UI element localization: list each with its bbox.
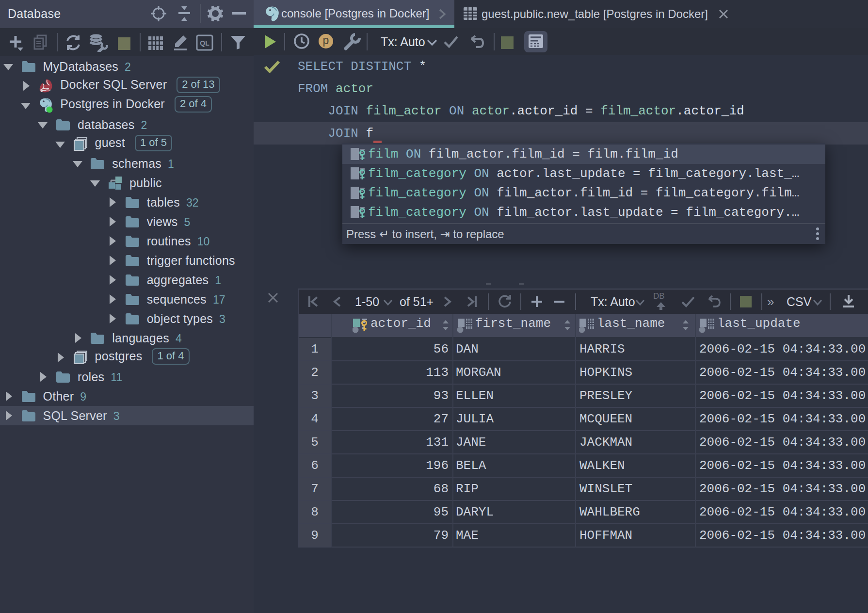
svg-text:QL: QL [200,39,209,47]
